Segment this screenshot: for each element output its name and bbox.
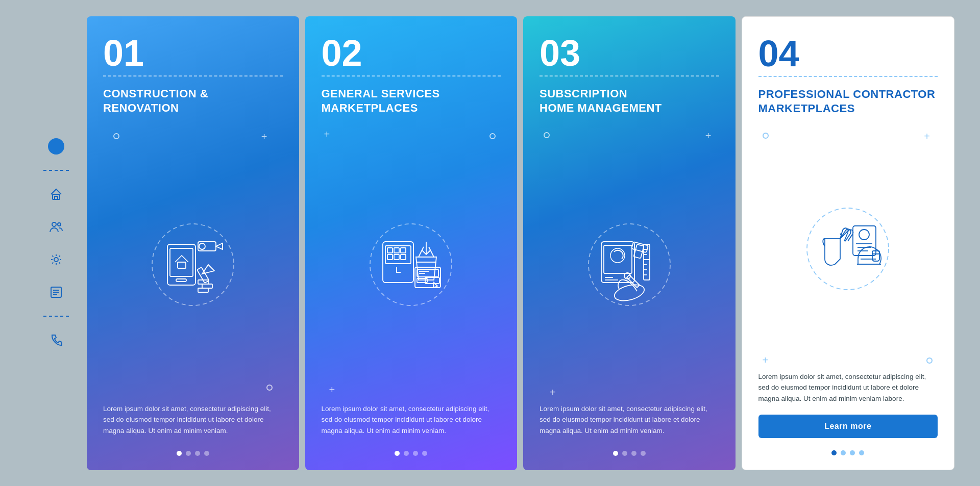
deco-plus-3: + [329,384,335,396]
card-1-title: CONSTRUCTION &RENOVATION [103,87,283,116]
dot-3-3 [631,451,636,456]
cards-container: 01 CONSTRUCTION &RENOVATION + [87,16,954,470]
svg-point-4 [58,223,61,226]
dot-3 [195,451,200,456]
sidebar-divider-bottom [43,316,69,317]
deco-plus-2: + [324,129,330,140]
deco-plus-6: + [924,131,930,142]
card-4-pagination [758,450,938,455]
deco-plus-1: + [261,131,267,143]
deco-plus-5: + [550,387,556,398]
card-3-divider [540,75,719,76]
svg-rect-24 [387,248,393,253]
dot-4 [204,451,209,456]
sidebar-divider-top [43,170,69,171]
deco-circle-2 [266,382,273,393]
svg-rect-28 [394,254,399,260]
svg-rect-17 [197,267,209,283]
deco-circle-4 [544,130,550,141]
card-2-number: 02 [322,35,501,71]
card-2-pagination [322,451,501,456]
card-subscription: 03 SUBSCRIPTIONHOME MANAGEMENT + + [523,16,736,470]
dot-4-2 [422,451,427,456]
svg-point-3 [52,222,56,226]
dot-active-2 [395,451,400,456]
deco-plus-4: + [705,130,712,142]
sidebar-phone-icon[interactable] [47,331,65,349]
card-professional: 04 PROFESSIONAL CONTRACTORMARKETPLACES +… [742,16,955,470]
svg-point-59 [859,229,869,240]
svg-rect-25 [394,248,399,253]
card-2-title: GENERAL SERVICESMARKETPLACES [322,87,501,116]
sidebar-list-icon[interactable] [47,283,65,301]
svg-point-39 [589,224,670,305]
svg-rect-41 [604,245,632,273]
card-1-number: 01 [103,35,283,71]
dot-3-4 [850,450,855,455]
svg-rect-29 [401,254,406,260]
card-2-text: Lorem ipsum dolor sit amet, consectetur … [322,403,501,437]
card-1-divider [103,75,283,76]
svg-rect-19 [202,284,212,288]
svg-rect-20 [198,288,208,292]
svg-point-16 [199,243,205,249]
svg-rect-2 [55,196,58,199]
card-1-text: Lorem ipsum dolor sit amet, consectetur … [103,403,283,437]
svg-point-0 [48,138,64,155]
svg-point-21 [370,224,452,305]
deco-circle-6 [926,355,933,366]
card-3-pagination [540,451,719,456]
sidebar [26,16,87,470]
card-2-divider [322,75,501,76]
deco-circle-3 [489,131,496,142]
card-4-number: 04 [758,35,938,72]
card-3-number: 03 [540,35,719,71]
card-1-pagination [103,451,283,456]
dot-4-4 [859,450,864,455]
card-2-illustration: + + [322,126,501,403]
svg-point-5 [54,258,58,262]
card-3-text: Lorem ipsum dolor sit amet, consectetur … [540,403,719,437]
svg-rect-40 [601,242,634,283]
card-4-illustration: + + [758,126,938,371]
dot-4-3 [641,451,646,456]
sidebar-circle-icon [47,137,65,156]
sidebar-people-icon[interactable] [47,218,65,236]
dot-active [177,451,182,456]
svg-rect-27 [387,254,393,260]
card-4-divider [758,76,938,77]
deco-plus-7: + [763,354,769,366]
dot-active-4 [831,450,837,455]
sidebar-gear-icon[interactable] [47,250,65,269]
dot-2-4 [841,450,846,455]
card-3-title: SUBSCRIPTIONHOME MANAGEMENT [540,87,719,116]
svg-rect-14 [178,262,186,268]
dot-2-2 [404,451,409,456]
dot-3-2 [413,451,418,456]
deco-circle-1 [113,131,119,142]
dot-2 [186,451,191,456]
card-4-title: PROFESSIONAL CONTRACTORMARKETPLACES [758,87,938,116]
svg-rect-13 [176,279,186,282]
card-4-text: Lorem ipsum dolor sit amet, consectetur … [758,371,938,404]
card-3-illustration: + + [540,126,719,403]
learn-more-button[interactable]: Learn more [758,415,938,438]
dot-active-3 [613,451,618,456]
card-general-services: 02 GENERAL SERVICESMARKETPLACES + + [305,16,518,470]
deco-circle-5 [763,131,769,141]
card-1-illustration: + [103,126,283,403]
card-construction: 01 CONSTRUCTION &RENOVATION + [87,16,299,470]
sidebar-home-icon[interactable] [47,185,65,203]
main-container: 01 CONSTRUCTION &RENOVATION + [26,16,954,470]
svg-rect-26 [401,248,406,253]
dot-2-3 [622,451,627,456]
